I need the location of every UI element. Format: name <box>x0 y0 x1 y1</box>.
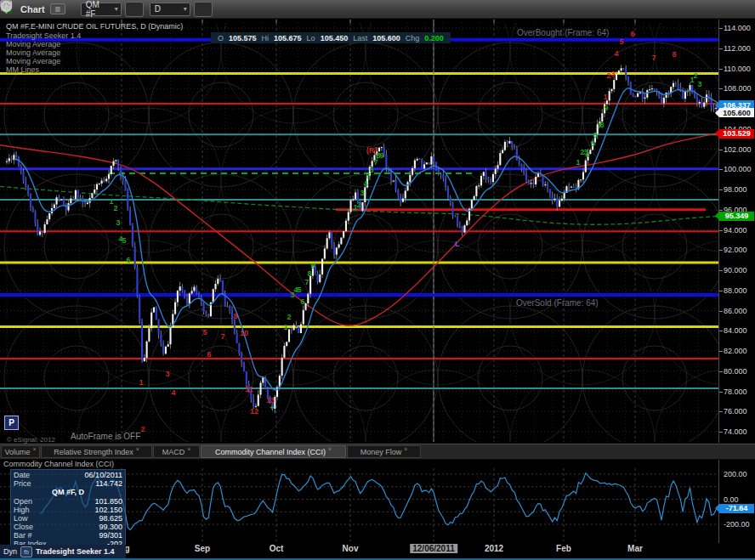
price-tick-label: 100.000 <box>724 165 752 173</box>
svg-text:1: 1 <box>690 76 694 84</box>
svg-text:5: 5 <box>590 139 594 148</box>
tooltip-field-label: Price <box>14 479 31 488</box>
svg-text:5: 5 <box>619 37 623 46</box>
symbol-value: QM #F <box>86 0 111 19</box>
svg-text:5: 5 <box>366 172 370 180</box>
notes-chat-button[interactable] <box>265 2 284 17</box>
price-tick-label: 108.000 <box>724 84 752 93</box>
cci-tick-label: -200.00 <box>724 520 750 529</box>
svg-text:2: 2 <box>287 313 291 321</box>
svg-text:5: 5 <box>202 328 207 337</box>
tooltip-field-value: 99.300 <box>99 523 122 531</box>
high-value: 105.675 <box>274 34 302 42</box>
tab-macd[interactable]: MACD× <box>153 445 200 458</box>
tab-label: MACD <box>162 448 185 456</box>
tab-close-icon[interactable]: × <box>187 446 190 452</box>
tab-volume[interactable]: Volume× <box>1 445 40 458</box>
chevron-down-icon: ▾ <box>115 5 118 13</box>
svg-text:1: 1 <box>283 323 287 331</box>
chart-window-badge: ▥ <box>50 3 65 14</box>
cci-tick-label: 200.00 <box>724 470 747 478</box>
tab-close-icon[interactable]: × <box>328 446 332 452</box>
svg-text:2: 2 <box>693 71 697 80</box>
tab-close-icon[interactable]: × <box>32 446 36 452</box>
svg-text:5: 5 <box>122 236 126 245</box>
reload-button[interactable] <box>243 2 262 17</box>
tab-relative-strength-index[interactable]: Relative Strength Index× <box>41 445 152 458</box>
svg-text:(R): (R) <box>366 146 378 155</box>
svg-text:7: 7 <box>220 332 224 341</box>
symbol-combo[interactable]: QM #F ▾ <box>81 3 122 16</box>
svg-text:7: 7 <box>304 278 309 286</box>
indicator-tab-strip: Volume×Relative Strength Index×MACD×Comm… <box>0 444 755 460</box>
price-tick-label: 84.000 <box>724 326 747 335</box>
toolbar: Chart ▥ QM #F ▾ D ▾ A <box>0 0 755 19</box>
time-interval-button[interactable] <box>194 2 213 17</box>
draw-pencil-button[interactable] <box>221 2 240 17</box>
tab-money-flow[interactable]: Money Flow× <box>347 445 421 458</box>
interval-combo[interactable]: D ▾ <box>150 3 190 16</box>
svg-text:8: 8 <box>307 269 311 278</box>
eraser-button[interactable] <box>332 2 350 17</box>
legend-moving-average-3: Moving Average <box>6 57 60 65</box>
svg-text:4: 4 <box>118 235 122 243</box>
tooltip-field-value: 102.150 <box>94 506 122 514</box>
price-tag-red: 103.529 <box>719 129 754 139</box>
tab-close-icon[interactable]: × <box>404 446 407 452</box>
svg-text:1: 1 <box>139 378 143 387</box>
svg-text:8: 8 <box>233 312 237 320</box>
interval-value: D <box>155 4 161 14</box>
svg-text:2: 2 <box>580 148 584 156</box>
tooltip-field-value: 98.625 <box>99 514 122 523</box>
tab-label: Commodity Channel Index (CCI) <box>215 448 326 456</box>
quote-bar: O105.575 Hi105.675 Lo105.450 Last105.600… <box>211 32 451 43</box>
play-button[interactable] <box>287 2 306 17</box>
price-tick-label: 102.000 <box>724 145 752 154</box>
price-tick-label: 92.000 <box>724 246 747 254</box>
tooltip-field-label: Low <box>14 514 28 523</box>
tab-close-icon[interactable]: × <box>136 446 139 452</box>
last-label: Last <box>353 34 367 42</box>
price-tick-label: 94.000 <box>724 226 747 235</box>
pointer-mode-badge[interactable]: P <box>4 416 19 430</box>
tab-commodity-channel-index-cci-[interactable]: Commodity Channel Index (CCI)× <box>201 445 346 458</box>
low-label: Lo <box>307 34 315 42</box>
tooltip-field-value: 101.850 <box>94 497 122 506</box>
symbol-settings-button[interactable] <box>125 2 144 17</box>
cci-panel-title: Commodity Channel Index (CCI) <box>3 460 114 468</box>
tab-label: Money Flow <box>360 448 402 456</box>
price-tick-label: 82.000 <box>724 347 747 355</box>
svg-text:3: 3 <box>116 218 120 227</box>
svg-text:1: 1 <box>109 197 113 206</box>
cci-tick-label: 0.00 <box>724 495 739 504</box>
svg-text:5: 5 <box>297 286 301 294</box>
svg-text:7: 7 <box>597 122 601 130</box>
time-axis-label: Nov <box>343 544 359 553</box>
chart-symbol-title: QM #F,E-MINI CRUDE OIL FUTURES, D (Dynam… <box>6 22 183 31</box>
price-axis[interactable]: 74.00076.00078.00080.00082.00084.00086.0… <box>718 20 755 443</box>
svg-text:4: 4 <box>293 286 298 294</box>
time-axis-label: Feb <box>556 544 571 553</box>
svg-text:9: 9 <box>604 104 608 112</box>
autoframe-status-label: AutoFrame is OFF <box>71 432 140 441</box>
svg-text:8: 8 <box>599 121 604 129</box>
time-axis-label: Mar <box>627 544 643 553</box>
svg-text:9: 9 <box>379 151 383 160</box>
overbought-label: OverBought (Frame: 64) <box>517 28 609 37</box>
auto-mode-button[interactable]: A <box>309 2 328 17</box>
svg-text:3: 3 <box>165 370 169 378</box>
cci-axis[interactable]: 200.000.00-200.00 <box>718 458 755 543</box>
tab-label: Volume <box>4 448 30 456</box>
time-axis-label: 2012 <box>485 544 503 553</box>
svg-text:8: 8 <box>672 50 676 59</box>
svg-text:L: L <box>455 240 460 248</box>
tooltip-field-label: Bar # <box>14 531 32 540</box>
tooltip-field-label: Open <box>14 497 32 506</box>
svg-text:6: 6 <box>630 30 634 38</box>
tooltip-symbol-header: QM #F, D <box>14 488 122 497</box>
price-tag-green: 95.349 <box>719 212 754 221</box>
svg-text:13: 13 <box>266 396 275 404</box>
svg-text:6: 6 <box>593 131 597 139</box>
svg-text:6: 6 <box>300 297 304 306</box>
svg-text:11: 11 <box>245 385 253 393</box>
